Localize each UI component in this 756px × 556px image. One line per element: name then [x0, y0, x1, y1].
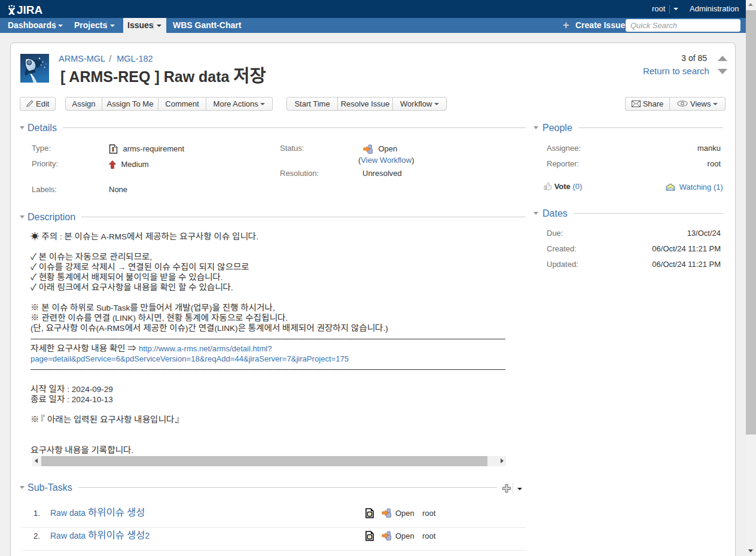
svg-text:I: I [112, 146, 114, 153]
